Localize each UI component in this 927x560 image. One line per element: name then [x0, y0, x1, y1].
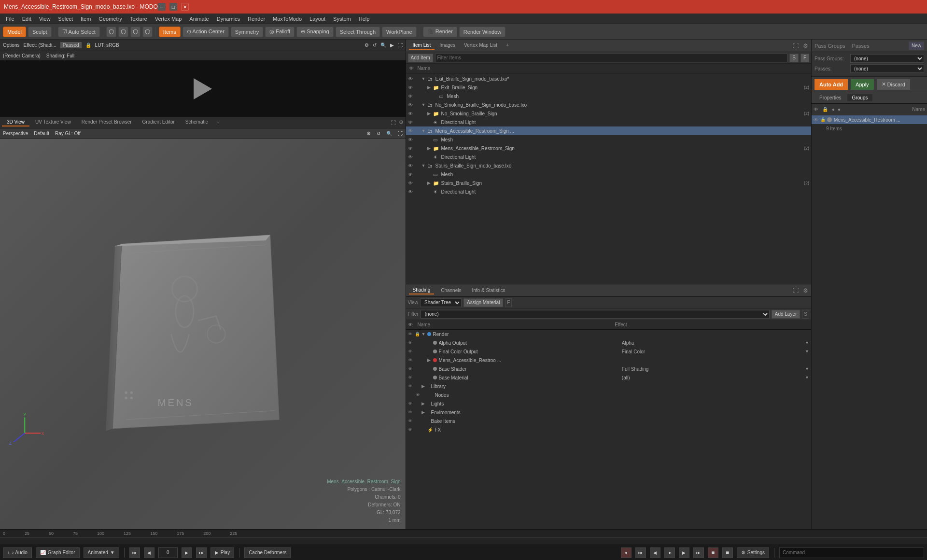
- auto-add-button[interactable]: Auto Add: [815, 79, 848, 90]
- viewport-icon-expand[interactable]: ⛶: [391, 120, 396, 126]
- menu-render[interactable]: Render: [244, 15, 269, 23]
- list-item[interactable]: 👁 ▶ 📁 Stairs_Braille_Sign (2): [406, 179, 812, 187]
- group-eye-icon[interactable]: 👁: [814, 117, 820, 123]
- tab-3d-view[interactable]: 3D View: [2, 118, 29, 126]
- eye-icon[interactable]: 👁: [408, 120, 415, 125]
- list-item[interactable]: 👁 ▼ 🗂 No_Smoking_Braille_Sign_modo_base.…: [406, 100, 812, 109]
- eye-icon[interactable]: 👁: [408, 189, 415, 195]
- expand-icon[interactable]: ▶: [421, 384, 427, 389]
- tab-groups[interactable]: Groups: [847, 94, 873, 101]
- paused-badge[interactable]: Paused: [60, 42, 82, 48]
- tab-add-panel[interactable]: +: [502, 42, 513, 50]
- 3d-viewport[interactable]: MENS X Y Z: [0, 139, 406, 529]
- dropdown-icon[interactable]: ▼: [805, 340, 809, 345]
- item-list-content[interactable]: 👁 ▼ 🗂 Exit_Braille_Sign_modo_base.lxo* 👁…: [406, 73, 812, 284]
- icon-btn-2[interactable]: ⬡: [118, 27, 128, 37]
- tab-vertex-map-list[interactable]: Vertex Map List: [460, 42, 501, 50]
- menu-help[interactable]: Help: [355, 15, 374, 23]
- tab-properties[interactable]: Properties: [815, 94, 846, 101]
- select-through-button[interactable]: Select Through: [336, 27, 380, 37]
- filter-f-btn[interactable]: F: [801, 54, 809, 62]
- record-btn-4[interactable]: ●: [664, 547, 675, 558]
- eye-icon[interactable]: 👁: [408, 340, 415, 345]
- list-item[interactable]: 👁 ▶ 📁 No_Smoking_Braille_Sign (2): [406, 109, 812, 118]
- record-btn-6[interactable]: ⏭: [693, 547, 704, 558]
- auto-select-button[interactable]: ☑ Auto Select: [58, 27, 100, 37]
- record-btn-1[interactable]: ●: [621, 547, 632, 558]
- close-button[interactable]: ✕: [181, 3, 189, 11]
- options-label[interactable]: Options: [3, 42, 19, 48]
- play-button[interactable]: ▶ Play: [211, 547, 234, 558]
- eye-icon[interactable]: 👁: [408, 401, 415, 406]
- eye-icon[interactable]: 👁: [408, 427, 415, 432]
- list-item[interactable]: 👁 ▭ Mesh: [406, 92, 812, 100]
- menu-vertex-map[interactable]: Vertex Map: [151, 15, 186, 23]
- shade-item-base-shader[interactable]: 👁 Base Shader Full Shading ▼: [406, 364, 812, 373]
- new-pass-button[interactable]: New: [909, 42, 924, 50]
- expand-icon[interactable]: ▶: [427, 358, 433, 363]
- preview-icon-3[interactable]: 🔍: [380, 42, 386, 48]
- list-item[interactable]: 👁 ▶ 📁 Exit_Braille_Sign (2): [406, 83, 812, 92]
- menu-dynamics[interactable]: Dynamics: [213, 15, 244, 23]
- filter-icon-btn[interactable]: S: [789, 54, 799, 62]
- mode-model-button[interactable]: Model: [3, 27, 26, 37]
- vp-icon-4[interactable]: ⛶: [398, 131, 403, 136]
- settings-button[interactable]: ⚙ Settings: [737, 547, 769, 558]
- eye-icon[interactable]: 👁: [408, 410, 415, 415]
- item-list-icon-2[interactable]: ⚙: [803, 42, 808, 49]
- expand-icon[interactable]: ▼: [421, 128, 427, 133]
- list-item[interactable]: 👁 ▼ 🗂 Mens_Accessible_Restroom_Sign ...: [406, 126, 812, 135]
- shading-icon-1[interactable]: ⛶: [793, 287, 799, 294]
- menu-maxtomodo[interactable]: MaxToModo: [269, 15, 306, 23]
- eye-icon[interactable]: 👁: [408, 102, 415, 108]
- eye-icon[interactable]: 👁: [408, 181, 415, 186]
- preview-play-button[interactable]: [191, 77, 215, 101]
- expand-icon[interactable]: ▼: [421, 332, 427, 336]
- frame-number-input[interactable]: [158, 547, 178, 558]
- items-tab-button[interactable]: Items: [159, 27, 181, 37]
- tab-schematic[interactable]: Schematic: [181, 118, 213, 126]
- cache-deformers-button[interactable]: Cache Deformers: [244, 547, 291, 558]
- shade-item-library[interactable]: 👁 ▶ Library: [406, 382, 812, 391]
- graph-editor-button[interactable]: 📈 Graph Editor: [36, 547, 80, 558]
- menu-geometry[interactable]: Geometry: [95, 15, 126, 23]
- prev-frame-button[interactable]: ◀: [144, 547, 154, 558]
- shade-item-render[interactable]: 👁 🔒 ▼ Render: [406, 330, 812, 338]
- mode-sculpt-button[interactable]: Sculpt: [28, 27, 52, 37]
- expand-icon[interactable]: ▼: [421, 102, 427, 107]
- passes-select[interactable]: (none): [850, 64, 924, 73]
- eye-icon[interactable]: 👁: [408, 358, 415, 363]
- record-btn-7[interactable]: ⏹: [708, 547, 718, 558]
- animated-button[interactable]: Animated ▼: [84, 547, 119, 558]
- lock-icon[interactable]: 🔒: [822, 107, 828, 112]
- list-item[interactable]: 👁 ▭ Mesh: [406, 170, 812, 179]
- preview-icon-4[interactable]: ▶: [390, 42, 394, 48]
- next-frame-button[interactable]: ▶: [182, 547, 192, 558]
- tab-shading[interactable]: Shading: [409, 286, 435, 294]
- eye-icon[interactable]: 👁: [408, 128, 415, 134]
- shade-item-bake[interactable]: 👁 Bake Items: [406, 417, 812, 425]
- falloff-button[interactable]: ◎ Falloff: [265, 27, 295, 37]
- eye-icon[interactable]: 👁: [408, 85, 415, 90]
- filter-none-select[interactable]: (none): [421, 310, 770, 319]
- shading-content[interactable]: 👁 🔒 ▼ Render 👁 Alpha Outpu: [406, 330, 812, 529]
- action-center-button[interactable]: ⊙ Action Center: [183, 27, 229, 37]
- preview-icon-2[interactable]: ↺: [373, 42, 377, 48]
- menu-file[interactable]: File: [2, 15, 18, 23]
- shade-item-nodes[interactable]: 👁 Nodes: [406, 391, 812, 399]
- list-item[interactable]: 👁 ☀ Directional Light: [406, 118, 812, 126]
- expand-icon[interactable]: ▶: [421, 410, 427, 415]
- eye-icon[interactable]: 👁: [416, 392, 422, 397]
- item-list-icon-1[interactable]: ⛶: [793, 42, 799, 49]
- list-item[interactable]: 👁 ☀ Directional Light: [406, 187, 812, 196]
- tab-info-stats[interactable]: Info & Statistics: [468, 287, 509, 294]
- dropdown-icon[interactable]: ▼: [805, 366, 809, 371]
- menu-edit[interactable]: Edit: [18, 15, 35, 23]
- shade-item-environments[interactable]: 👁 ▶ Environments: [406, 408, 812, 417]
- tab-render-preset[interactable]: Render Preset Browser: [77, 118, 137, 126]
- preview-icon-1[interactable]: ⚙: [365, 42, 369, 48]
- dropdown-icon[interactable]: ▼: [805, 375, 809, 380]
- filter-items-input[interactable]: [435, 54, 788, 62]
- pass-groups-select[interactable]: (none): [850, 54, 924, 63]
- eye-icon[interactable]: 👁: [408, 375, 415, 380]
